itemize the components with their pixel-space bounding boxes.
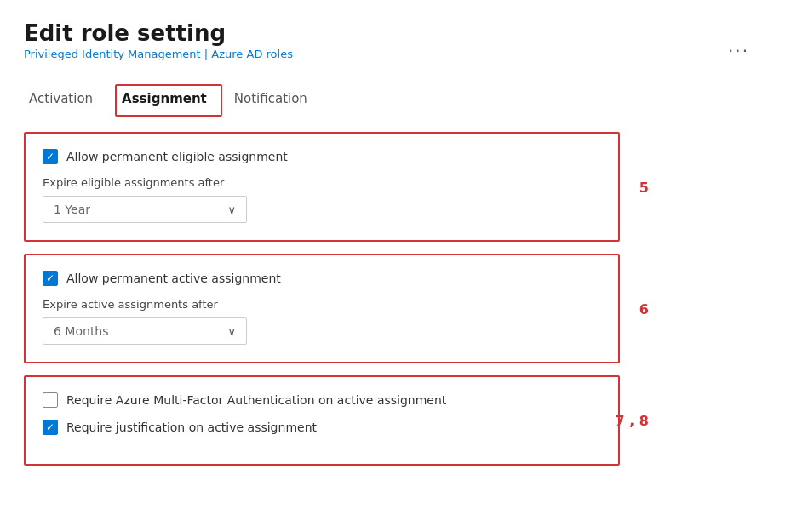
section-6-box: ✓ Allow permanent active assignment Expi… — [24, 254, 620, 363]
more-menu-button[interactable]: ··· — [728, 41, 749, 61]
section-5-box: ✓ Allow permanent eligible assignment Ex… — [24, 132, 620, 242]
require-justification-checkbox[interactable]: ✓ — [43, 420, 58, 435]
expire-eligible-label: Expire eligible assignments after — [43, 176, 601, 189]
page-header: Edit role setting Privileged Identity Ma… — [24, 20, 773, 60]
check-icon: ✓ — [46, 273, 54, 283]
allow-permanent-active-label: Allow permanent active assignment — [66, 272, 281, 285]
allow-permanent-active-row: ✓ Allow permanent active assignment — [43, 271, 601, 286]
allow-permanent-eligible-checkbox[interactable]: ✓ — [43, 149, 58, 164]
tab-notification[interactable]: Notification — [229, 84, 323, 117]
tab-assignment[interactable]: Assignment — [115, 84, 222, 117]
page-subtitle: Privileged Identity Management | Azure A… — [24, 48, 773, 60]
allow-permanent-active-checkbox[interactable]: ✓ — [43, 271, 58, 286]
page-title: Edit role setting — [24, 20, 773, 46]
allow-permanent-eligible-label: Allow permanent eligible assignment — [66, 150, 288, 163]
tab-activation[interactable]: Activation — [24, 84, 108, 117]
section-6-number: 6 — [639, 300, 649, 317]
require-mfa-checkbox[interactable]: ✓ — [43, 392, 58, 408]
check-icon: ✓ — [46, 422, 54, 432]
require-mfa-row: ✓ Require Azure Multi-Factor Authenticat… — [43, 392, 601, 408]
expire-eligible-value: 1 Year — [54, 203, 90, 216]
chevron-down-icon: ∨ — [227, 325, 236, 338]
require-justification-row: ✓ Require justification on active assign… — [43, 420, 601, 435]
expire-eligible-dropdown[interactable]: 1 Year ∨ — [43, 196, 247, 223]
section-7-8-number: 7 , 8 — [616, 413, 649, 429]
expire-active-label: Expire active assignments after — [43, 298, 601, 311]
tab-bar: Activation Assignment Notification — [24, 84, 773, 117]
chevron-down-icon: ∨ — [227, 203, 236, 216]
check-icon: ✓ — [46, 152, 54, 162]
allow-permanent-eligible-row: ✓ Allow permanent eligible assignment — [43, 149, 601, 164]
expire-active-value: 6 Months — [54, 324, 109, 338]
expire-active-dropdown[interactable]: 6 Months ∨ — [43, 317, 247, 345]
section-7-8-box: ✓ Require Azure Multi-Factor Authenticat… — [24, 375, 620, 466]
require-mfa-label: Require Azure Multi-Factor Authenticatio… — [66, 393, 446, 407]
section-5-number: 5 — [639, 179, 649, 195]
require-justification-label: Require justification on active assignme… — [66, 420, 317, 434]
